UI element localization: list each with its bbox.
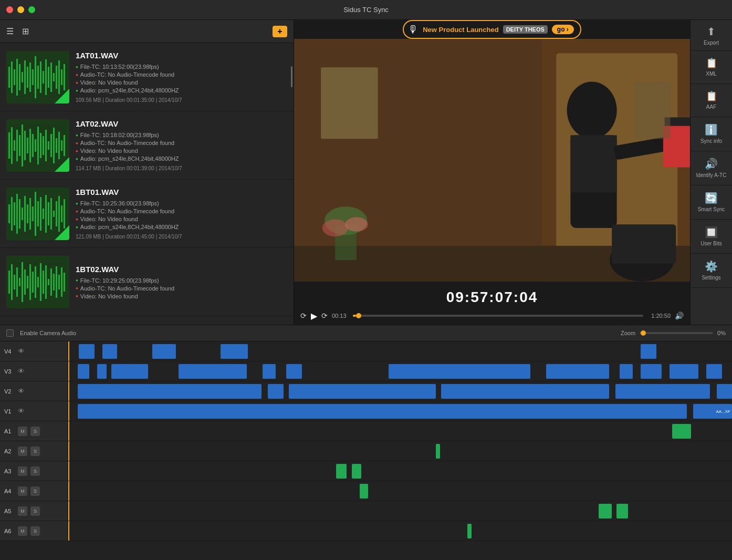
svg-rect-32 [29,129,31,162]
clip[interactable] [436,444,440,459]
svg-rect-57 [35,192,36,236]
fast-forward-button[interactable]: ⟳ [321,312,328,320]
svg-rect-49 [14,202,15,225]
volume-button[interactable]: 🔊 [675,312,684,320]
sidebar-item-user-bits[interactable]: 🔲 User Bits [691,220,732,254]
clip[interactable] [221,344,248,359]
clip[interactable] [670,364,698,379]
track-content-v1[interactable]: AA...XF [68,401,732,421]
promo-go-button[interactable]: go › [552,25,574,34]
clip[interactable] [286,364,302,379]
clip[interactable] [546,364,609,379]
clip[interactable] [616,504,628,518]
clip[interactable] [179,364,247,379]
clip[interactable] [706,364,722,379]
track-solo-a5[interactable]: S [30,506,40,516]
track-eye-v3[interactable]: 👁 [18,367,25,375]
zoom-handle[interactable] [641,330,646,336]
track-content-a6[interactable] [68,521,732,541]
clip[interactable] [78,364,89,379]
file-item-1at02[interactable]: 1AT02.WAV ● File-TC: 10:18:02:00(23.98fp… [0,111,294,180]
add-button[interactable]: + [273,26,287,37]
clip[interactable] [620,364,633,379]
track-content-a4[interactable] [68,481,732,501]
track-content-a5[interactable] [68,501,732,521]
progress-bar[interactable] [353,315,643,317]
file-footer: 109.56 MB | Duration 00:01:35:00 | 2014/… [76,97,287,103]
track-mute-a3[interactable]: M [18,466,27,476]
zoom-slider[interactable] [640,332,713,334]
progress-handle[interactable] [356,313,361,318]
clip[interactable] [78,384,262,399]
track-eye-v2[interactable]: 👁 [18,387,25,395]
track-content-a2[interactable] [68,441,732,461]
clip[interactable] [615,384,710,399]
rewind-button[interactable]: ⟳ [300,312,307,320]
track-mute-a4[interactable]: M [18,486,27,496]
sidebar-item-identify-atc[interactable]: 🔊 Identify A-TC [691,151,732,185]
sidebar-item-xml[interactable]: 📋 XML [691,51,732,84]
track-solo-a2[interactable]: S [30,447,40,456]
svg-rect-37 [43,136,44,155]
sidebar-item-settings[interactable]: ⚙️ Settings [691,254,732,288]
close-button[interactable] [6,6,13,13]
grid-icon[interactable]: ⊞ [22,26,29,36]
clip[interactable] [672,424,691,439]
clip[interactable] [336,464,347,479]
track-mute-a2[interactable]: M [18,447,27,456]
track-mute-a5[interactable]: M [18,506,27,516]
track-solo-a4[interactable]: S [30,486,40,496]
sidebar-item-smart-sync[interactable]: 🔄 Smart Sync [691,185,732,220]
clip[interactable] [268,384,284,399]
clip[interactable] [352,464,361,479]
clip[interactable] [78,404,687,419]
track-solo-a1[interactable]: S [30,427,40,436]
clip[interactable] [389,364,530,379]
clip[interactable] [599,504,612,518]
clip[interactable] [441,384,609,399]
sidebar-item-export[interactable]: ⬆ Export [691,20,732,51]
track-content-v2[interactable] [68,381,732,401]
svg-rect-64 [53,211,55,217]
track-eye-v4[interactable]: 👁 [18,347,25,355]
clip[interactable] [152,344,176,359]
file-item-1bt01[interactable]: 1BT01.WAV ● File-TC: 10:25:36:00(23.98fp… [0,180,294,248]
maximize-button[interactable] [28,6,35,13]
clip[interactable] [717,384,732,399]
track-mute-a1[interactable]: M [18,427,27,436]
clip[interactable] [102,344,117,359]
clip[interactable] [641,364,662,379]
clip[interactable] [641,344,656,359]
clip[interactable] [467,524,472,538]
track-mute-a6[interactable]: M [18,526,27,536]
clip[interactable] [111,364,148,379]
svg-rect-48 [11,197,13,231]
promo-banner[interactable]: 🎙 New Product Launched DEITY THEOS go › [403,20,581,39]
menu-icon[interactable]: ☰ [6,26,14,36]
track-content-a1[interactable] [68,421,732,441]
clip[interactable]: AA...XF [693,404,732,419]
track-label-v2: V2 👁 [0,381,68,401]
track-solo-a6[interactable]: S [30,526,40,536]
file-item-1at01[interactable]: 1AT01.WAV ● File-TC: 10:13:52:00(23.98fp… [0,43,294,111]
track-content-a3[interactable] [68,461,732,481]
track-solo-a3[interactable]: S [30,466,40,476]
file-item-1bt02[interactable]: 1BT02.WAV ● File-TC: 10:29:25:00(23.98fp… [0,248,294,316]
track-label-v3: V3 👁 [0,361,68,381]
clip[interactable] [97,364,107,379]
clip[interactable] [263,364,276,379]
sidebar-item-sync-info[interactable]: ℹ️ Sync info [691,117,732,151]
track-content-v3[interactable] [68,361,732,381]
enable-camera-audio-checkbox[interactable] [6,329,14,337]
sidebar-label-aaf: AAF [706,104,716,110]
scrollbar[interactable] [291,66,292,87]
clip[interactable] [360,484,368,499]
clip[interactable] [79,344,95,359]
clip[interactable] [289,384,436,399]
play-button[interactable]: ▶ [311,311,317,321]
film-still [294,39,690,282]
track-eye-v1[interactable]: 👁 [18,407,25,415]
track-content-v4[interactable] [68,341,732,361]
sidebar-item-aaf[interactable]: 📋 AAF [691,84,732,117]
minimize-button[interactable] [17,6,24,13]
